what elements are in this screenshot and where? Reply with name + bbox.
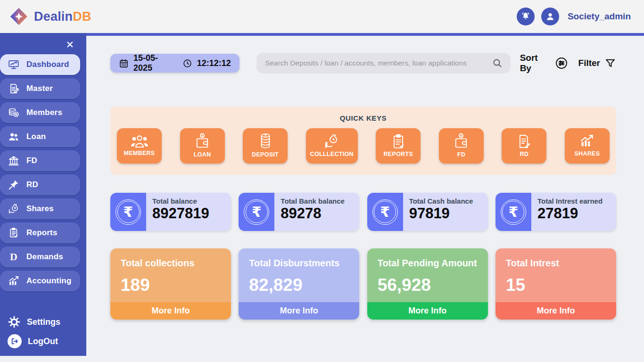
stat-label: Total balance <box>152 197 231 205</box>
sidebar-item-logout[interactable]: LogOut <box>8 334 86 348</box>
summary-card-value: 15 <box>506 275 616 295</box>
search-bar[interactable] <box>256 53 511 74</box>
sidebar-item-label: Reports <box>26 228 58 238</box>
quick-key-label: MEMBERS <box>124 150 155 156</box>
letter-d-icon: D <box>7 250 21 264</box>
quick-key-fd[interactable]: FD <box>439 128 484 164</box>
calendar-icon <box>119 58 129 68</box>
sidebar: ✕ Dashboard <box>0 33 86 356</box>
sidebar-item-rd[interactable]: RD <box>0 174 80 195</box>
stat-card-total-cash-balance: ₹ Total Cash balance 97819 <box>367 193 488 231</box>
quick-keys-row: MEMBERS LOAN <box>117 128 610 164</box>
group-icon <box>130 134 149 148</box>
summary-card-label: Total Pending Amount <box>378 258 488 269</box>
summary-card-total-interest: Total Intrest 15 More Info <box>495 248 616 320</box>
sort-by-control[interactable]: Sort By <box>520 53 568 74</box>
more-info-button[interactable]: More Info <box>495 302 616 320</box>
sidebar-close-icon[interactable]: ✕ <box>66 40 74 49</box>
sidebar-item-label: Dashboard <box>26 60 69 69</box>
sidebar-item-fd[interactable]: FD <box>0 150 80 171</box>
sort-sliders-icon <box>555 57 568 70</box>
sidebar-nav: Dashboard Master <box>0 54 86 291</box>
search-input[interactable] <box>265 59 491 67</box>
more-info-button[interactable]: More Info <box>367 302 488 320</box>
wallet-coin-icon <box>453 133 469 150</box>
sidebar-item-settings[interactable]: Settings <box>8 315 86 329</box>
more-info-button[interactable]: More Info <box>239 302 359 320</box>
date-value: 15-05-2025 <box>133 53 174 73</box>
stat-value: 89278 <box>281 205 359 222</box>
sidebar-item-members[interactable]: Members <box>0 102 80 123</box>
stat-card-total-balance: ₹ Total balance 8927819 <box>110 193 231 231</box>
stat-card-total-bank-balance: ₹ Total Bank balance 89278 <box>239 193 359 231</box>
sidebar-item-label: LogOut <box>28 337 58 346</box>
sidebar-item-label: FD <box>26 156 37 165</box>
quick-key-members[interactable]: MEMBERS <box>117 128 162 164</box>
sidebar-item-accounting[interactable]: Accounting <box>0 271 80 291</box>
wallet-coin-icon <box>194 133 210 150</box>
summary-card-body: Total Pending Amount 56,928 <box>367 248 488 302</box>
summary-card-label: Total Disburstments <box>249 258 359 269</box>
search-icon[interactable] <box>492 58 503 69</box>
user-avatar-icon[interactable] <box>541 8 559 25</box>
quick-key-loan[interactable]: LOAN <box>180 128 225 164</box>
summary-card-total-disbursements: Total Disburstments 82,829 More Info <box>239 248 359 320</box>
quick-key-reports[interactable]: REPORTS <box>376 128 421 164</box>
quick-key-label: FD <box>457 151 465 158</box>
stat-label: Total Bank balance <box>281 197 359 205</box>
bank-icon <box>7 154 21 168</box>
filter-funnel-icon <box>604 58 616 69</box>
brand-name: DealinDB <box>34 9 91 24</box>
sidebar-item-label: Demands <box>26 252 63 262</box>
pushpin-icon <box>7 178 21 192</box>
clipboard-check-icon <box>391 133 406 149</box>
summary-card-total-collections: Total collections 189 More Info <box>110 248 231 320</box>
moneybag-hand-icon <box>323 133 340 149</box>
brand-diamond-icon <box>8 6 29 27</box>
summary-card-body: Total Disburstments 82,829 <box>239 248 359 302</box>
quick-key-label: COLLLECTION <box>310 151 354 157</box>
quick-key-collection[interactable]: COLLLECTION <box>306 128 358 164</box>
sidebar-item-dashboard[interactable]: Dashboard <box>0 54 80 75</box>
coin-stack-icon <box>257 133 273 150</box>
moneybag-hand-icon <box>7 202 21 216</box>
quick-keys-panel: QUICK KEYS MEMBERS <box>110 107 616 175</box>
stat-value: 8927819 <box>152 205 231 222</box>
more-info-button[interactable]: More Info <box>110 302 231 320</box>
filter-label: Filter <box>578 58 600 68</box>
stat-value: 27819 <box>537 205 616 222</box>
sidebar-item-label: Master <box>26 84 53 93</box>
sidebar-item-reports[interactable]: Reports <box>0 222 80 243</box>
quick-key-shares[interactable]: SHARES <box>565 128 610 164</box>
stat-label: Total Cash balance <box>409 197 488 205</box>
quick-key-label: LOAN <box>194 151 211 158</box>
quick-key-rd[interactable]: RD <box>502 128 546 164</box>
stat-value: 97819 <box>409 205 488 222</box>
summary-card-body: Total collections 189 <box>110 248 231 302</box>
summary-card-label: Total Intrest <box>506 258 616 269</box>
rupee-icon: ₹ <box>239 193 274 231</box>
stat-body: Total balance 8927819 <box>146 193 231 231</box>
summary-card-total-pending-amount: Total Pending Amount 56,928 More Info <box>367 248 488 320</box>
toolbar: 15-05-2025 12:12:12 <box>110 53 616 74</box>
notification-bell-icon[interactable] <box>517 8 535 25</box>
sidebar-item-master[interactable]: Master <box>0 78 80 99</box>
quick-key-deposit[interactable]: DEPOSIT <box>243 128 288 164</box>
quick-keys-title: QUICK KEYS <box>117 114 610 122</box>
rupee-icon: ₹ <box>495 193 531 231</box>
brand-logo: DealinDB <box>8 6 91 27</box>
rupee-icon: ₹ <box>110 193 146 231</box>
sidebar-item-shares[interactable]: Shares <box>0 198 80 219</box>
document-pen-icon <box>7 82 21 96</box>
sidebar-item-loan[interactable]: Loan <box>0 126 80 147</box>
filter-control[interactable]: Filter <box>578 58 616 69</box>
dashboard-icon <box>7 58 21 72</box>
summary-card-value: 56,928 <box>378 275 488 295</box>
quick-key-label: SHARES <box>574 150 600 157</box>
sidebar-item-label: RD <box>26 180 38 189</box>
app-root: DealinDB Society_admin ✕ <box>0 0 644 362</box>
top-header: DealinDB Society_admin <box>0 0 644 33</box>
stat-body: Total Bank balance 89278 <box>274 193 359 231</box>
sidebar-item-demands[interactable]: D Demands <box>0 247 80 267</box>
user-name[interactable]: Society_admin <box>568 11 631 22</box>
